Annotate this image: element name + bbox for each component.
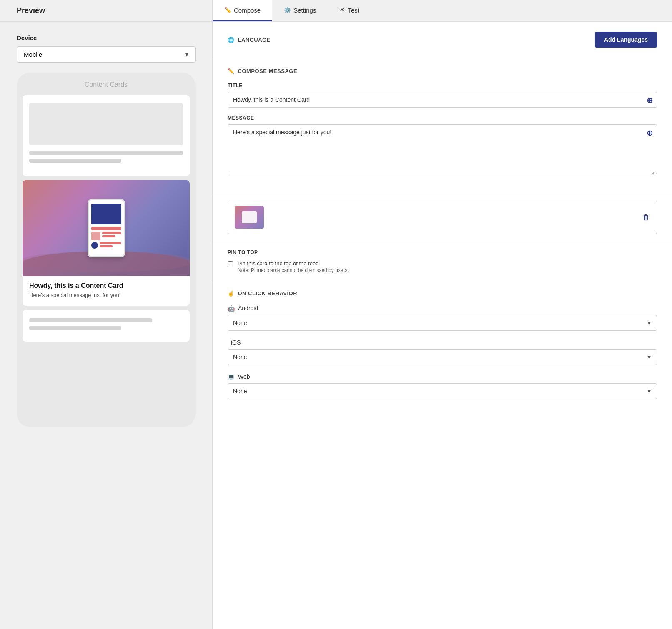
bottom-line-1 xyxy=(29,318,152,322)
add-languages-button[interactable]: Add Languages xyxy=(595,32,657,48)
compose-tab-label: Compose xyxy=(234,7,261,14)
tab-test[interactable]: 👁 Test xyxy=(328,0,371,21)
compose-tab-icon: ✏️ xyxy=(224,7,231,13)
ios-label-text: iOS xyxy=(231,339,241,346)
globe-icon: 🌐 xyxy=(228,37,235,43)
phone-illus-line-1 xyxy=(102,232,121,234)
phone-illustration xyxy=(88,199,125,257)
test-tab-icon: 👁 xyxy=(339,7,345,13)
phone-illus-square xyxy=(91,232,100,240)
android-label-text: Android xyxy=(238,305,258,312)
ios-behavior-select[interactable]: None Open URL Deep Link Custom xyxy=(228,349,657,365)
message-input-wrapper: Here's a special message just for you! ⊕… xyxy=(228,124,657,176)
click-heading: ☝ ON CLICK BEHAVIOR xyxy=(228,290,657,297)
phone-illus-half-row xyxy=(91,232,121,240)
card-banner xyxy=(23,180,190,276)
android-select-wrapper: None Open URL Deep Link Custom ▼ xyxy=(228,315,657,331)
phone-illus-dot xyxy=(91,242,98,249)
device-select-wrapper: Mobile Tablet Desktop ▼ xyxy=(17,46,196,63)
test-tab-label: Test xyxy=(348,7,359,14)
message-textarea[interactable]: Here's a special message just for you! xyxy=(228,124,657,174)
compose-heading: ✏️ COMPOSE MESSAGE xyxy=(228,68,657,74)
click-heading-icon: ☝ xyxy=(228,290,235,297)
settings-tab-label: Settings xyxy=(293,7,316,14)
title-field-label: TITLE xyxy=(228,83,657,88)
phone-illus-row-1 xyxy=(91,227,121,230)
device-label: Device xyxy=(17,34,196,41)
delete-image-icon[interactable]: 🗑 xyxy=(642,213,650,222)
tab-settings[interactable]: ⚙️ Settings xyxy=(272,0,328,21)
message-field-label: MESSAGE xyxy=(228,115,657,121)
image-thumbnail xyxy=(235,206,264,229)
web-label-text: Web xyxy=(238,373,250,380)
device-select[interactable]: Mobile Tablet Desktop xyxy=(17,46,196,63)
phone-mockup-header: Content Cards xyxy=(23,81,190,88)
android-platform-label: 🤖 Android xyxy=(228,305,657,312)
left-panel: Device Mobile Tablet Desktop ▼ Content C… xyxy=(0,22,213,629)
card-placeholder-image xyxy=(29,103,183,145)
settings-tab-icon: ⚙️ xyxy=(284,7,291,13)
phone-illus-screen xyxy=(91,204,121,224)
image-preview-section: 🗑 xyxy=(213,194,672,241)
phone-card-empty-1 xyxy=(23,95,190,176)
phone-card-empty-2 xyxy=(23,310,190,342)
language-section: 🌐 LANGUAGE Add Languages xyxy=(213,22,672,58)
pin-checkbox[interactable] xyxy=(228,261,233,267)
web-icon: 💻 xyxy=(228,373,235,380)
pin-section: PIN TO TOP Pin this card to the top of t… xyxy=(213,241,672,282)
bottom-line-2 xyxy=(29,326,121,330)
phone-mockup: Content Cards xyxy=(17,73,196,427)
compose-section: ✏️ COMPOSE MESSAGE TITLE ⊕ MESSAGE Here'… xyxy=(213,58,672,194)
android-behavior-select[interactable]: None Open URL Deep Link Custom xyxy=(228,315,657,331)
image-thumb-inner xyxy=(242,211,257,223)
phone-illus-line-2 xyxy=(102,235,115,237)
phone-illus-dot-line-1 xyxy=(100,242,121,244)
ios-platform-label: iOS xyxy=(228,339,657,346)
phone-card-active: Howdy, this is a Content Card Here's a s… xyxy=(23,180,190,306)
message-plus-icon[interactable]: ⊕ xyxy=(647,128,653,138)
image-preview-box: 🗑 xyxy=(228,201,657,234)
ios-select-wrapper: None Open URL Deep Link Custom ▼ xyxy=(228,349,657,365)
pin-checkbox-row: Pin this card to the top of the feed Not… xyxy=(228,260,657,273)
click-behavior-section: ☝ ON CLICK BEHAVIOR 🤖 Android None Open … xyxy=(213,282,672,416)
card-body: Here's a special message just for you! xyxy=(29,292,183,298)
pin-note: Note: Pinned cards cannot be dismissed b… xyxy=(238,267,349,273)
web-select-wrapper: None Open URL Deep Link Custom ▼ xyxy=(228,383,657,399)
tab-compose[interactable]: ✏️ Compose xyxy=(213,0,272,21)
language-text: LANGUAGE xyxy=(238,37,271,43)
right-panel: 🌐 LANGUAGE Add Languages ✏️ COMPOSE MESS… xyxy=(213,22,672,629)
web-platform-label: 💻 Web xyxy=(228,373,657,380)
phone-illus-line-group xyxy=(102,232,121,240)
click-heading-text: ON CLICK BEHAVIOR xyxy=(238,290,298,297)
card-line-2 xyxy=(29,159,121,163)
preview-title: Preview xyxy=(17,6,45,15)
title-input[interactable] xyxy=(228,92,657,108)
title-plus-icon[interactable]: ⊕ xyxy=(647,96,653,105)
phone-illus-dot-line-group xyxy=(100,242,121,249)
pin-checkbox-text-group: Pin this card to the top of the feed Not… xyxy=(238,260,349,273)
title-input-wrapper: ⊕ xyxy=(228,92,657,108)
card-content-area: Howdy, this is a Content Card Here's a s… xyxy=(23,276,190,306)
phone-illus-bottom-row xyxy=(91,242,121,249)
phone-illus-body xyxy=(88,199,125,257)
card-line-1 xyxy=(29,151,183,155)
pin-title: PIN TO TOP xyxy=(228,249,657,255)
android-icon: 🤖 xyxy=(228,305,235,312)
language-label: 🌐 LANGUAGE xyxy=(228,37,271,43)
card-title: Howdy, this is a Content Card xyxy=(29,282,183,289)
compose-heading-text: COMPOSE MESSAGE xyxy=(238,68,298,74)
compose-heading-icon: ✏️ xyxy=(228,68,235,74)
web-behavior-select[interactable]: None Open URL Deep Link Custom xyxy=(228,383,657,399)
pin-checkbox-label: Pin this card to the top of the feed xyxy=(238,260,349,267)
phone-illus-dot-line-2 xyxy=(100,245,113,247)
resize-handle-icon: ◢ xyxy=(651,170,655,174)
